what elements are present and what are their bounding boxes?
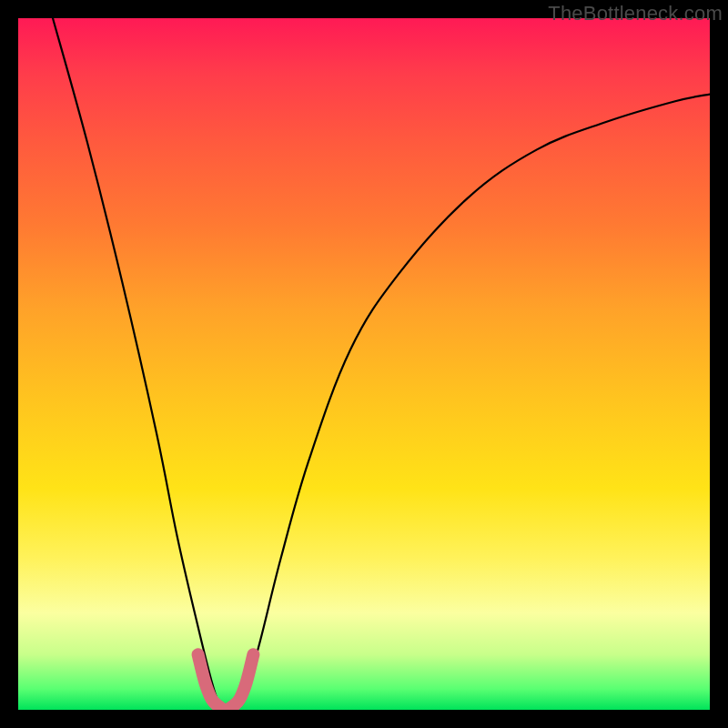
pink-valley-segment [198, 654, 254, 710]
watermark-text: TheBottleneck.com [548, 2, 723, 25]
main-curve-line [53, 18, 710, 710]
chart-svg [18, 18, 710, 710]
